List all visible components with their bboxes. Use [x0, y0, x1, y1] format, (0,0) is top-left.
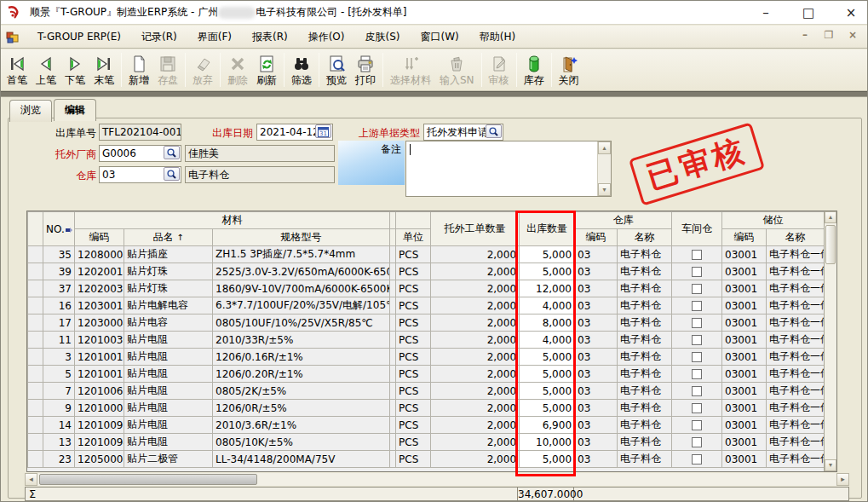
workshop-checkbox[interactable]	[692, 284, 702, 294]
table-row[interactable]: 712010063贴片电阻0805/2K/±5%PCS2,0005,00003电…	[28, 383, 825, 400]
header-bin-code[interactable]: 编码	[722, 229, 767, 246]
cell-out-qty[interactable]: 4,000	[520, 297, 575, 314]
grid-scroll-down-button[interactable]: ▾	[825, 459, 836, 471]
workshop-checkbox[interactable]	[692, 403, 702, 413]
warehouse-lookup-button[interactable]	[164, 167, 180, 181]
header-spec[interactable]: 规格型号	[213, 229, 390, 246]
cell-out-qty[interactable]: 4,000	[520, 332, 575, 349]
cell-out-qty[interactable]: 5,000	[520, 400, 575, 417]
table-row[interactable]: 1112010036贴片电阻2010/33R/±5%PCS2,0004,0000…	[28, 332, 825, 349]
cell-order-qty: 2,000	[431, 297, 520, 314]
cell-out-qty[interactable]: 12,000	[520, 280, 575, 297]
menu-window[interactable]: 窗口(W)	[410, 26, 468, 48]
cell-out-qty[interactable]: 10,000	[520, 434, 575, 451]
workshop-checkbox[interactable]	[692, 250, 702, 260]
workshop-checkbox[interactable]	[692, 420, 702, 430]
cell-out-qty[interactable]: 5,000	[520, 366, 575, 383]
menu-record[interactable]: 记录(R)	[131, 26, 187, 48]
mdi-close-button[interactable]: ×	[847, 29, 859, 41]
grid-scroll-left-button[interactable]: ◂	[25, 473, 37, 486]
cell-out-qty[interactable]: 5,000	[520, 451, 575, 468]
vendor-lookup-button[interactable]	[164, 146, 180, 159]
cell-out-qty[interactable]: 5,000	[520, 246, 575, 263]
header-unit[interactable]: 单位	[396, 229, 431, 246]
first-record-button[interactable]: 首笔	[3, 50, 32, 89]
scroll-up-button[interactable]: ▴	[598, 141, 611, 154]
cell-unit: PCS	[396, 263, 431, 280]
table-row[interactable]: 1412010095贴片电阻2010/3.6R/±1%PCS2,0006,900…	[28, 417, 825, 434]
table-row[interactable]: 912010001贴片电阻1206/0R/±5%PCS2,0005,00003电…	[28, 400, 825, 417]
workshop-checkbox[interactable]	[692, 437, 702, 447]
remark-textarea[interactable]: ▴ ▾	[405, 141, 612, 197]
workshop-checkbox[interactable]	[692, 335, 702, 345]
table-row[interactable]: 312010010贴片电阻1206/0.16R/±1%PCS2,0005,000…	[28, 349, 825, 366]
grid-vscroll-thumb[interactable]	[825, 225, 836, 264]
grid-vertical-scrollbar[interactable]: ▴ ▾	[824, 211, 836, 471]
table-row[interactable]: 2312050006贴片二极管LL-34/4148/200MA/75VPCS2,…	[28, 451, 825, 468]
print-button[interactable]: 打印	[351, 50, 380, 89]
grid-scroll-up-button[interactable]: ▴	[825, 211, 836, 223]
maximize-button[interactable]: □	[799, 5, 818, 20]
header-bin-name[interactable]: 名称	[767, 229, 824, 246]
scroll-down-button[interactable]: ▾	[598, 183, 611, 196]
upstream-lookup-button[interactable]	[486, 124, 502, 138]
mdi-restore-button[interactable]: ❐	[823, 29, 835, 41]
menu-operation[interactable]: 操作(O)	[298, 26, 355, 48]
cell-out-qty[interactable]: 6,900	[520, 417, 575, 434]
header-out-qty[interactable]: 出库数量	[520, 212, 575, 246]
new-button[interactable]: 新增	[124, 50, 153, 89]
cell-out-qty[interactable]: 5,000	[520, 263, 575, 280]
tab-browse[interactable]: 浏览	[9, 100, 52, 122]
workshop-checkbox[interactable]	[692, 386, 702, 396]
table-row[interactable]: 3712020035贴片灯珠1860/9V-10V/700mA/6000K-65…	[28, 280, 825, 297]
table-row[interactable]: 3512080003贴片插座ZH1.5 3P插座/7.5*5.7*4mmPCS2…	[28, 246, 825, 263]
table-row[interactable]: 1312010094贴片电阻0805/10K/±5%PCS2,00010,000…	[28, 434, 825, 451]
cell-bin-code: 03001	[722, 451, 767, 468]
grid-hscroll-thumb[interactable]	[39, 474, 257, 485]
minimize-button[interactable]: –	[756, 5, 775, 20]
filter-button[interactable]: 筛选	[287, 50, 316, 89]
close-form-button[interactable]: 关闭	[555, 50, 583, 89]
header-order-qty[interactable]: 托外工单数量	[431, 212, 520, 246]
tab-edit[interactable]: 编辑	[54, 99, 96, 121]
grid-horizontal-scrollbar[interactable]: ◂ ▸	[25, 473, 849, 486]
cell-out-qty[interactable]: 8,000	[520, 314, 575, 332]
cell-out-qty[interactable]: 5,000	[520, 383, 575, 400]
menu-report[interactable]: 报表(R)	[242, 26, 298, 48]
workshop-checkbox[interactable]	[692, 454, 702, 464]
workshop-checkbox[interactable]	[692, 352, 702, 362]
table-row[interactable]: 3912020016贴片灯珠2525/3.0V-3.2V/650mA/6000K…	[28, 263, 825, 280]
close-button[interactable]: ×	[842, 5, 860, 20]
header-wh-code[interactable]: 编码	[575, 229, 618, 246]
header-code[interactable]: 编码	[75, 229, 124, 246]
header-wh-name[interactable]: 名称	[618, 229, 672, 246]
cell-spec: 1860/9V-10V/700mA/6000K-6500K/...	[213, 280, 390, 297]
remark-scrollbar[interactable]: ▴ ▾	[597, 141, 611, 196]
menu-help[interactable]: 帮助(H)	[469, 26, 526, 48]
preview-button[interactable]: 预览	[322, 50, 351, 89]
calendar-button[interactable]: 31	[315, 124, 331, 138]
prev-record-button[interactable]: 上笔	[32, 50, 60, 89]
table-row[interactable]: 512010012贴片电阻1206/0.20R/±1%PCS2,0005,000…	[28, 366, 825, 383]
workshop-checkbox[interactable]	[692, 369, 702, 379]
grid-scroll-right-button[interactable]: ▸	[836, 473, 849, 486]
header-name[interactable]: 品名 ↑	[124, 229, 213, 246]
cell-code: 12020035	[75, 280, 124, 297]
menu-interface[interactable]: 界面(F)	[187, 26, 242, 48]
workshop-checkbox[interactable]	[692, 301, 702, 311]
abandon-eraser-icon	[193, 54, 213, 74]
workshop-checkbox[interactable]	[692, 318, 702, 328]
next-record-button[interactable]: 下笔	[60, 50, 89, 89]
mdi-minimize-button[interactable]: –	[799, 29, 811, 41]
last-record-button[interactable]: 末笔	[89, 50, 118, 89]
header-no[interactable]: NO.	[43, 212, 75, 246]
menu-skin[interactable]: 皮肤(S)	[355, 26, 411, 48]
table-row[interactable]: 1612030010贴片电解电容6.3*7.7/100UF/20%/35V/电解…	[28, 297, 825, 314]
table-row[interactable]: 1712030004贴片电容0805/10UF/10%/25V/X5R/85℃P…	[28, 314, 825, 332]
cell-out-qty[interactable]: 5,000	[520, 349, 575, 366]
header-workshop[interactable]: 车间仓	[672, 212, 722, 246]
inventory-button[interactable]: 库存	[520, 50, 549, 89]
refresh-button[interactable]: 刷新	[252, 50, 281, 89]
workshop-checkbox[interactable]	[692, 267, 702, 277]
menu-tgroup-erp[interactable]: T-GROUP ERP(E)	[27, 27, 131, 46]
